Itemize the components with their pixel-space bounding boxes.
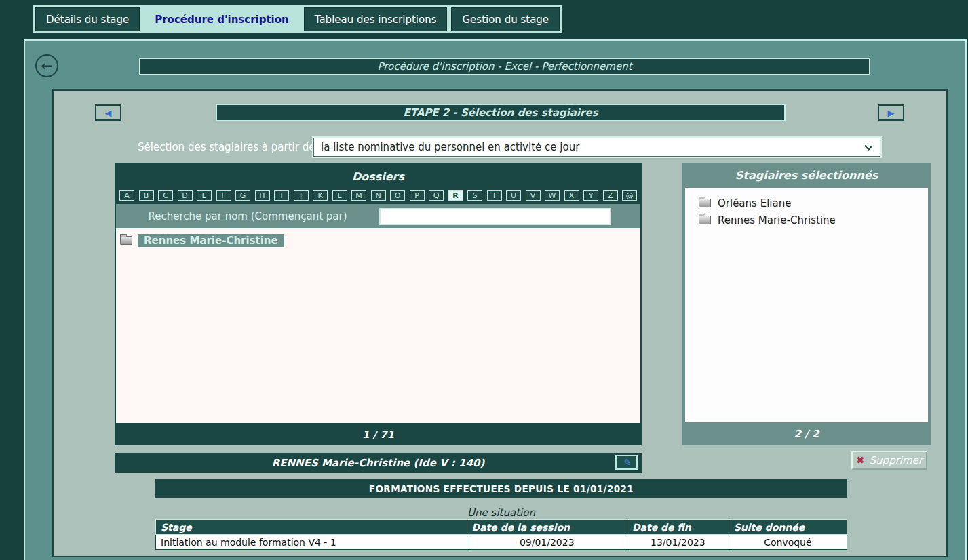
letter-w[interactable]: W — [545, 190, 560, 201]
letter-r[interactable]: R — [448, 190, 463, 201]
edit-person-button[interactable]: ✎ — [615, 455, 638, 470]
pencil-icon: ✎ — [623, 457, 631, 468]
letter-f[interactable]: F — [216, 190, 231, 201]
formations-table: StageDate de la sessionDate de finSuite … — [155, 519, 847, 550]
letter-o[interactable]: O — [390, 190, 405, 201]
formations-title: FORMATIONS EFFECTUEES DEPUIS LE 01/01/20… — [155, 479, 847, 498]
stagiaires-panel: Stagiaires sélectionnés Orléans ElianeRe… — [682, 163, 931, 445]
letter-a[interactable]: A — [119, 190, 134, 201]
page-title: Procédure d'inscription - Excel - Perfec… — [139, 58, 870, 75]
table-header-suite-donn-e: Suite donnée — [729, 520, 847, 535]
stagiaire-item[interactable]: Rennes Marie-Christine — [685, 212, 928, 228]
table-header-date-de-fin: Date de fin — [627, 520, 729, 535]
formations-table-header-row: StageDate de la sessionDate de finSuite … — [156, 520, 847, 535]
back-button[interactable]: ← — [35, 54, 58, 77]
source-select[interactable]: la liste nominative du personnel en acti… — [313, 138, 880, 157]
stagiaire-list[interactable]: Orléans ElianeRennes Marie-Christine — [685, 188, 928, 422]
stagiaire-item-name: Orléans Eliane — [718, 197, 791, 209]
letter-j[interactable]: J — [294, 190, 309, 201]
dossier-list[interactable]: Rennes Marie-Christine — [116, 228, 640, 423]
previous-step-button[interactable]: ◀ — [95, 104, 121, 121]
stagiaire-item[interactable]: Orléans Eliane — [685, 195, 928, 212]
arrow-right-icon: ▶ — [888, 108, 895, 118]
tab-d-tails-du-stage[interactable]: Détails du stage — [35, 7, 140, 31]
formations-table-body: Initiation au module formation V4 - 109/… — [156, 535, 847, 550]
next-step-button[interactable]: ▶ — [878, 104, 904, 121]
table-cell: Convoqué — [729, 535, 847, 550]
letter-n[interactable]: N — [371, 190, 386, 201]
letter-h[interactable]: H — [255, 190, 270, 201]
letter-g[interactable]: G — [235, 190, 250, 201]
letter-at[interactable]: @ — [622, 190, 637, 201]
table-cell: 09/01/2023 — [467, 535, 627, 550]
letter-z[interactable]: Z — [603, 190, 618, 201]
search-label: Recherche par nom (Commençant par) — [116, 210, 379, 222]
chevron-down-icon — [864, 142, 873, 151]
letter-d[interactable]: D — [178, 190, 193, 201]
tab-tableau-des-inscriptions[interactable]: Tableau des inscriptions — [304, 7, 448, 31]
letter-l[interactable]: L — [332, 190, 347, 201]
source-select-value: la liste nominative du personnel en acti… — [321, 141, 579, 153]
dossiers-panel: Dossiers ABCDEFGHIJKLMNOPQRSTUVWXYZ@ Rec… — [115, 163, 642, 445]
source-select-label: Sélection des stagiaires à partir de — [138, 141, 315, 153]
search-input[interactable] — [379, 208, 611, 225]
stagiaire-item-name: Rennes Marie-Christine — [718, 214, 836, 226]
table-header-stage: Stage — [156, 520, 467, 535]
formations-subtitle: Une situation — [155, 506, 847, 519]
alphabet-filter: ABCDEFGHIJKLMNOPQRSTUVWXYZ@ — [115, 190, 642, 204]
folder-icon — [120, 236, 132, 245]
letter-i[interactable]: I — [274, 190, 289, 201]
dossier-item-name: Rennes Marie-Christine — [138, 234, 284, 247]
folder-icon — [699, 199, 711, 207]
arrow-left-icon: ◀ — [105, 108, 112, 118]
main-window: ← Procédure d'inscription - Excel - Perf… — [24, 39, 967, 560]
red-cross-icon: ✖ — [856, 454, 865, 466]
letter-u[interactable]: U — [506, 190, 521, 201]
letter-y[interactable]: Y — [583, 190, 598, 201]
letter-k[interactable]: K — [313, 190, 328, 201]
table-row: Initiation au module formation V4 - 109/… — [156, 535, 847, 550]
stagiaires-title: Stagiaires sélectionnés — [682, 163, 931, 188]
table-header-date-de-la-session: Date de la session — [467, 520, 627, 535]
delete-stagiaire-button[interactable]: ✖ Supprimer — [851, 451, 927, 470]
selected-person-name: RENNES Marie-Christine (Ide V : 140) — [272, 457, 485, 469]
selected-person-banner: RENNES Marie-Christine (Ide V : 140) ✎ — [115, 453, 642, 473]
search-row: Recherche par nom (Commençant par) — [116, 204, 640, 228]
folder-icon — [699, 216, 711, 224]
letter-c[interactable]: C — [158, 190, 173, 201]
letter-x[interactable]: X — [564, 190, 579, 201]
tab-proc-dure-d-inscription[interactable]: Procédure d'inscription — [144, 7, 300, 31]
dossier-item[interactable]: Rennes Marie-Christine — [120, 233, 636, 248]
letter-p[interactable]: P — [410, 190, 425, 201]
back-arrow-icon: ← — [41, 58, 53, 74]
table-cell: Initiation au module formation V4 - 1 — [156, 535, 467, 550]
delete-button-label: Supprimer — [870, 454, 923, 466]
letter-e[interactable]: E — [197, 190, 212, 201]
step-title: ETAPE 2 - Sélection des stagiaires — [216, 104, 786, 121]
tab-bar: Détails du stageProcédure d'inscriptionT… — [33, 5, 562, 33]
dossier-counter: 1 / 71 — [115, 423, 642, 445]
step-panel: ◀ ETAPE 2 - Sélection des stagiaires ▶ S… — [52, 89, 948, 557]
app-screen: Détails du stageProcédure d'inscriptionT… — [0, 0, 968, 560]
letter-b[interactable]: B — [139, 190, 154, 201]
tab-gestion-du-stage[interactable]: Gestion du stage — [451, 7, 560, 31]
table-cell: 13/01/2023 — [627, 535, 729, 550]
letter-s[interactable]: S — [467, 190, 482, 201]
dossiers-title: Dossiers — [115, 163, 642, 190]
stagiaires-counter: 2 / 2 — [682, 422, 931, 445]
letter-q[interactable]: Q — [429, 190, 444, 201]
letter-v[interactable]: V — [526, 190, 541, 201]
letter-m[interactable]: M — [351, 190, 366, 201]
letter-t[interactable]: T — [487, 190, 502, 201]
